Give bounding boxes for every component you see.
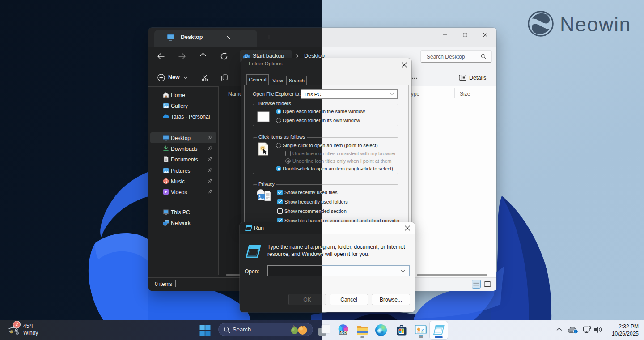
- sidebar-item-videos[interactable]: Videos: [150, 187, 216, 197]
- sidebar-separator: [154, 127, 213, 127]
- tab-search[interactable]: Search: [287, 76, 307, 85]
- close-button[interactable]: [475, 28, 496, 42]
- explorer-search-box[interactable]: Search Desktop: [420, 50, 492, 63]
- thumbnail-view-toggle-icon[interactable]: [483, 280, 491, 288]
- sidebar-item-network[interactable]: Network: [150, 217, 216, 228]
- radio-single-click[interactable]: [276, 143, 281, 148]
- taskbar-search-box[interactable]: Search: [218, 323, 313, 336]
- sidebar-item-pictures[interactable]: Pictures: [150, 165, 216, 176]
- pin-icon: [207, 178, 213, 184]
- maximize-button[interactable]: [455, 28, 475, 42]
- column-header-size[interactable]: Size: [460, 91, 470, 97]
- browse-button[interactable]: Browse...: [372, 294, 410, 305]
- start-button[interactable]: [199, 325, 211, 336]
- tab-close-icon[interactable]: [225, 34, 233, 42]
- back-icon[interactable]: [157, 52, 165, 61]
- documents-icon: [163, 156, 169, 162]
- sidebar-item-label: Downloads: [171, 146, 197, 152]
- sidebar-item-music[interactable]: Music: [150, 176, 216, 187]
- pin-icon: [207, 189, 213, 195]
- tab-view[interactable]: View: [269, 76, 287, 85]
- microsoft-store-button[interactable]: [395, 324, 408, 336]
- radio-underline-point[interactable]: [285, 158, 291, 164]
- onedrive-tray-icon[interactable]: i: [568, 326, 579, 334]
- ok-button[interactable]: OK: [288, 294, 326, 305]
- combo-chevron-icon: [390, 92, 394, 97]
- sidebar-item-onedrive[interactable]: Taras - Personal: [150, 111, 216, 122]
- explorer-tab-desktop[interactable]: Desktop: [154, 30, 257, 47]
- dialog-close-icon[interactable]: [401, 61, 408, 68]
- list-view-toggle-icon[interactable]: [472, 280, 480, 288]
- copy-icon[interactable]: [220, 74, 229, 82]
- forward-icon[interactable]: [178, 52, 186, 61]
- new-button[interactable]: New: [168, 74, 180, 81]
- sidebar-item-home[interactable]: Home: [150, 89, 216, 100]
- refresh-icon[interactable]: [220, 52, 229, 61]
- sidebar-item-downloads[interactable]: Downloads: [150, 143, 216, 154]
- checkbox-frequent-folders[interactable]: [277, 199, 283, 204]
- column-divider: [454, 88, 455, 98]
- cancel-button[interactable]: Cancel: [330, 294, 368, 305]
- onedrive-cloud-icon: [163, 113, 169, 119]
- file-explorer-button[interactable]: [356, 324, 369, 336]
- horizontal-scrollbar[interactable]: [226, 274, 240, 276]
- tab-general[interactable]: General: [246, 74, 269, 85]
- run-combo-chevron-icon[interactable]: [400, 269, 406, 274]
- weather-condition: Windy: [23, 330, 38, 336]
- svg-text:M365: M365: [339, 331, 347, 334]
- cut-icon[interactable]: [201, 74, 209, 82]
- svg-text:i: i: [575, 330, 576, 334]
- toolbar-divider: [195, 72, 195, 82]
- gallery-icon: [163, 102, 169, 109]
- minimize-button[interactable]: [435, 28, 455, 42]
- new-plus-icon: [157, 74, 165, 81]
- radio-same-window[interactable]: [276, 109, 281, 114]
- open-label-mnemonic: O: [245, 268, 249, 275]
- volume-tray-icon[interactable]: [593, 326, 603, 334]
- sidebar-item-label: Gallery: [171, 103, 188, 109]
- sidebar-item-gallery[interactable]: Gallery: [150, 100, 216, 111]
- display-app-button[interactable]: 2: [415, 324, 427, 336]
- sidebar-item-label: Pictures: [171, 168, 190, 174]
- privacy-label: Privacy: [257, 181, 276, 187]
- tray-clock[interactable]: 2:32 PM 10/26/2025: [612, 323, 639, 337]
- sidebar-item-label: Videos: [171, 189, 187, 196]
- sidebar-item-label: Desktop: [171, 135, 191, 141]
- pictures-icon: [163, 167, 169, 174]
- explorer-running-indicator: [360, 336, 364, 338]
- open-to-label: Open File Explorer to:: [253, 91, 301, 97]
- radio-own-window[interactable]: [276, 118, 281, 123]
- see-more-icon[interactable]: [411, 75, 418, 82]
- up-icon[interactable]: [199, 52, 208, 61]
- horizontal-scrollbar[interactable]: [417, 274, 487, 276]
- run-icon: [246, 245, 261, 258]
- downloads-icon: [163, 145, 169, 152]
- run-title-icon: [245, 225, 252, 231]
- browse-label-mnemonic: B: [380, 297, 383, 303]
- sidebar-item-documents[interactable]: Documents: [150, 154, 216, 165]
- sidebar-item-label: This PC: [171, 209, 190, 216]
- network-tray-icon[interactable]: [583, 325, 592, 334]
- svg-text:2: 2: [422, 328, 424, 332]
- this-pc-icon: [163, 209, 169, 215]
- new-chevron-icon: [183, 76, 188, 80]
- radio-double-click[interactable]: [276, 166, 281, 171]
- details-button[interactable]: Details: [469, 75, 486, 81]
- run-close-icon[interactable]: [404, 225, 411, 232]
- widgets-button[interactable]: 2 45°F Windy: [4, 320, 76, 340]
- pin-icon: [207, 145, 213, 151]
- tab-title: Desktop: [181, 34, 203, 40]
- sidebar-item-label: Network: [171, 220, 191, 226]
- checkbox-underline-consistent[interactable]: [285, 151, 291, 156]
- desktop-icon: [163, 135, 169, 141]
- sidebar-item-desktop[interactable]: Desktop: [150, 132, 216, 143]
- m365-copilot-button[interactable]: M365: [337, 324, 349, 336]
- tray-chevron-icon[interactable]: [556, 327, 563, 332]
- new-tab-icon[interactable]: [264, 32, 274, 42]
- column-header-name[interactable]: Name: [228, 91, 242, 97]
- edge-button[interactable]: [375, 324, 387, 336]
- search-icon: [481, 54, 487, 60]
- checkbox-recent-files[interactable]: [277, 190, 283, 195]
- checkbox-recommended[interactable]: [277, 208, 283, 214]
- sidebar-item-thispc[interactable]: This PC: [150, 207, 216, 217]
